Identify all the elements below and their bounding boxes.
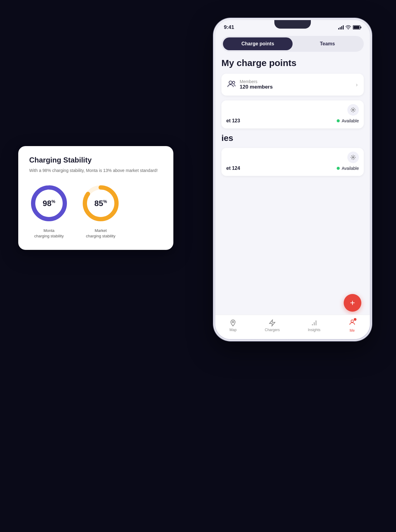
nav-map[interactable]: Map xyxy=(229,319,237,332)
svg-marker-9 xyxy=(269,320,275,326)
gear-icon-1[interactable] xyxy=(347,104,359,116)
market-chart: 85% Marketcharging stability xyxy=(81,184,120,239)
map-pin-icon xyxy=(229,319,237,327)
bar-chart-icon xyxy=(311,319,318,327)
section-title: ies xyxy=(221,133,364,143)
charge-card-header-1 xyxy=(221,100,364,118)
tab-charge-points[interactable]: Charge points xyxy=(223,37,293,50)
available-label-2: Available xyxy=(342,166,359,171)
stability-subtitle: With a 98% charging stability, Monta is … xyxy=(29,167,162,174)
charge-card-1: et 123 Available xyxy=(221,100,364,128)
battery-icon xyxy=(353,25,361,30)
monta-label: Montacharging stability xyxy=(34,228,64,239)
page-title: My charge points xyxy=(221,58,364,68)
stability-title: Charging Stability xyxy=(29,156,162,164)
charge-card-2: et 124 Available xyxy=(221,148,364,176)
bottom-nav: Map Chargers Insights xyxy=(215,315,370,339)
wifi-icon xyxy=(346,25,351,30)
svg-point-0 xyxy=(348,29,349,30)
charts-row: 98% Montacharging stability 85% Marketch… xyxy=(29,184,162,239)
market-donut: 85% xyxy=(81,184,120,223)
monta-chart: 98% Montacharging stability xyxy=(29,184,69,239)
gear-icon-2[interactable] xyxy=(347,152,359,163)
svg-point-8 xyxy=(232,321,234,323)
svg-point-4 xyxy=(229,81,232,84)
notch xyxy=(274,20,311,29)
members-left: Members 120 members xyxy=(228,79,273,90)
fab-add[interactable]: + xyxy=(344,294,361,312)
nav-me[interactable]: Me xyxy=(349,319,356,333)
status-available-1: Available xyxy=(337,118,359,123)
svg-point-5 xyxy=(232,81,235,84)
tab-teams[interactable]: Teams xyxy=(293,37,362,50)
monta-percent-label: 98% xyxy=(43,199,55,208)
charge-point-name-2: et 124 xyxy=(226,166,240,171)
available-dot-1 xyxy=(337,119,340,122)
charge-card-header-2 xyxy=(221,148,364,166)
svg-point-13 xyxy=(351,320,353,322)
charge-point-name-1: et 123 xyxy=(226,118,240,124)
svg-point-7 xyxy=(353,157,354,158)
tab-switcher: Charge points Teams xyxy=(221,36,364,52)
phone-content: Charge points Teams My charge points xyxy=(215,33,370,314)
phone-inner: 9:41 xyxy=(215,20,370,339)
zap-icon xyxy=(269,319,276,327)
monta-donut: 98% xyxy=(29,184,69,223)
nav-dot xyxy=(354,318,356,321)
market-percent-label: 85% xyxy=(94,199,107,208)
members-count: 120 members xyxy=(240,84,273,90)
nav-chargers[interactable]: Chargers xyxy=(265,319,280,332)
svg-rect-2 xyxy=(360,26,361,28)
members-icon xyxy=(228,80,235,89)
market-label: Marketcharging stability xyxy=(86,228,116,239)
nav-chargers-label: Chargers xyxy=(265,328,280,332)
phone-frame: 9:41 xyxy=(214,18,372,341)
stability-card: Charging Stability With a 98% charging s… xyxy=(18,146,173,250)
available-label-1: Available xyxy=(342,118,359,123)
members-label: Members xyxy=(240,79,273,84)
svg-point-6 xyxy=(353,109,354,111)
chevron-right-icon: › xyxy=(356,82,358,88)
status-available-2: Available xyxy=(337,166,359,171)
members-card[interactable]: Members 120 members › xyxy=(221,74,364,96)
nav-insights[interactable]: Insights xyxy=(308,319,320,332)
nav-map-label: Map xyxy=(229,328,236,332)
svg-rect-3 xyxy=(353,26,360,29)
status-icons xyxy=(338,25,361,30)
charge-card-body-1: et 123 Available xyxy=(221,118,364,128)
nav-insights-label: Insights xyxy=(308,328,320,332)
charge-card-body-2: et 124 Available xyxy=(221,166,364,176)
status-time: 9:41 xyxy=(224,24,234,30)
scene: 9:41 xyxy=(0,0,396,532)
nav-me-label: Me xyxy=(349,328,355,333)
members-info: Members 120 members xyxy=(240,79,273,90)
available-dot-2 xyxy=(337,167,340,170)
signal-icon xyxy=(338,25,344,30)
